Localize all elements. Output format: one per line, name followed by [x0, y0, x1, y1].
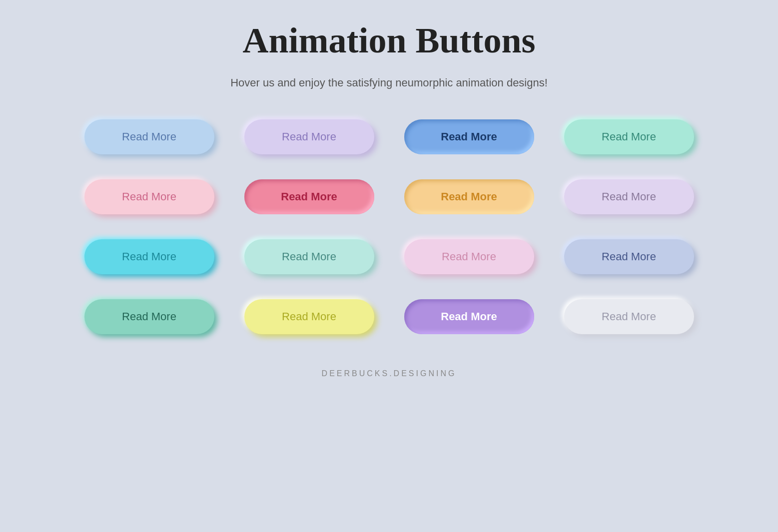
read-more-button-btn-r4c3[interactable]: Read More [404, 299, 534, 334]
read-more-button-btn-r3c2[interactable]: Read More [244, 239, 374, 274]
read-more-button-btn-r1c2[interactable]: Read More [244, 119, 374, 154]
read-more-button-btn-r2c1[interactable]: Read More [84, 179, 214, 214]
read-more-button-btn-r4c2[interactable]: Read More [244, 299, 374, 334]
read-more-button-btn-r1c4[interactable]: Read More [564, 119, 694, 154]
page-title: Animation Buttons [242, 20, 535, 61]
read-more-button-btn-r4c1[interactable]: Read More [84, 299, 214, 334]
read-more-button-btn-r3c4[interactable]: Read More [564, 239, 694, 274]
read-more-button-btn-r2c2[interactable]: Read More [244, 179, 374, 214]
page-subtitle: Hover us and enjoy the satisfying neumor… [230, 76, 548, 89]
buttons-grid: Read MoreRead MoreRead MoreRead MoreRead… [84, 119, 694, 334]
read-more-button-btn-r4c4[interactable]: Read More [564, 299, 694, 334]
footer-brand: DEERBUCKS.DESIGNING [322, 369, 457, 378]
read-more-button-btn-r3c3[interactable]: Read More [404, 239, 534, 274]
read-more-button-btn-r1c3[interactable]: Read More [404, 119, 534, 154]
read-more-button-btn-r3c1[interactable]: Read More [84, 239, 214, 274]
read-more-button-btn-r2c4[interactable]: Read More [564, 179, 694, 214]
read-more-button-btn-r1c1[interactable]: Read More [84, 119, 214, 154]
read-more-button-btn-r2c3[interactable]: Read More [404, 179, 534, 214]
